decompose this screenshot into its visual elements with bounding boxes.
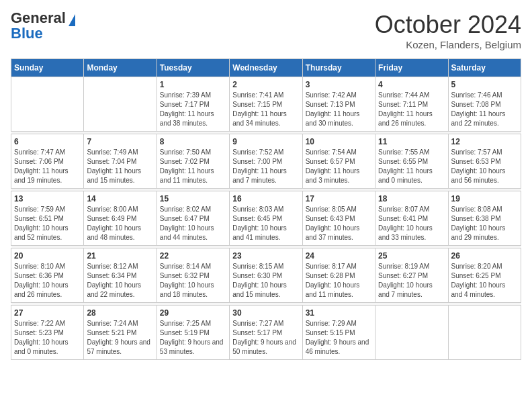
day-info: Sunrise: 7:52 AMSunset: 7:00 PMDaylight:… bbox=[232, 148, 299, 185]
day-number: 24 bbox=[306, 251, 372, 261]
day-info: Sunrise: 8:12 AMSunset: 6:34 PMDaylight:… bbox=[87, 262, 153, 300]
day-info: Sunrise: 7:44 AMSunset: 7:11 PMDaylight:… bbox=[378, 91, 445, 128]
calendar-cell bbox=[84, 77, 157, 132]
day-number: 29 bbox=[160, 308, 226, 318]
day-info: Sunrise: 8:14 AMSunset: 6:32 PMDaylight:… bbox=[160, 262, 226, 300]
day-number: 16 bbox=[232, 194, 299, 203]
day-header-thursday: Thursday bbox=[302, 59, 375, 77]
day-info: Sunrise: 7:46 AMSunset: 7:08 PMDaylight:… bbox=[451, 91, 518, 128]
day-number: 26 bbox=[451, 251, 518, 261]
day-info: Sunrise: 8:02 AMSunset: 6:47 PMDaylight:… bbox=[160, 205, 226, 242]
month-title: October 2024 bbox=[375, 11, 521, 39]
calendar-header-row: SundayMondayTuesdayWednesdayThursdayFrid… bbox=[11, 59, 521, 77]
calendar-cell: 21Sunrise: 8:12 AMSunset: 6:34 PMDayligh… bbox=[84, 248, 157, 303]
day-number: 2 bbox=[232, 80, 299, 89]
day-number: 5 bbox=[451, 80, 518, 89]
calendar-cell: 30Sunrise: 7:27 AMSunset: 5:17 PMDayligh… bbox=[230, 306, 302, 360]
day-info: Sunrise: 8:15 AMSunset: 6:30 PMDaylight:… bbox=[232, 262, 299, 300]
calendar-week-row: 27Sunrise: 7:22 AMSunset: 5:23 PMDayligh… bbox=[11, 306, 521, 360]
day-number: 13 bbox=[14, 194, 81, 203]
day-info: Sunrise: 8:00 AMSunset: 6:49 PMDaylight:… bbox=[87, 205, 153, 242]
day-info: Sunrise: 7:41 AMSunset: 7:15 PMDaylight:… bbox=[232, 91, 299, 128]
calendar-cell: 19Sunrise: 8:08 AMSunset: 6:38 PMDayligh… bbox=[448, 191, 521, 246]
calendar-cell: 18Sunrise: 8:07 AMSunset: 6:41 PMDayligh… bbox=[375, 191, 448, 246]
calendar-cell: 11Sunrise: 7:55 AMSunset: 6:55 PMDayligh… bbox=[375, 134, 448, 189]
calendar-week-row: 1Sunrise: 7:39 AMSunset: 7:17 PMDaylight… bbox=[11, 77, 521, 132]
day-info: Sunrise: 8:19 AMSunset: 6:27 PMDaylight:… bbox=[378, 262, 445, 300]
calendar-cell: 22Sunrise: 8:14 AMSunset: 6:32 PMDayligh… bbox=[157, 248, 229, 303]
day-number: 6 bbox=[14, 137, 81, 146]
day-info: Sunrise: 7:25 AMSunset: 5:19 PMDaylight:… bbox=[160, 319, 226, 357]
day-number: 10 bbox=[306, 137, 372, 146]
calendar-cell: 25Sunrise: 8:19 AMSunset: 6:27 PMDayligh… bbox=[375, 248, 448, 303]
calendar-cell: 14Sunrise: 8:00 AMSunset: 6:49 PMDayligh… bbox=[84, 191, 157, 246]
calendar-cell: 8Sunrise: 7:50 AMSunset: 7:02 PMDaylight… bbox=[157, 134, 229, 189]
calendar-cell: 26Sunrise: 8:20 AMSunset: 6:25 PMDayligh… bbox=[448, 248, 521, 303]
day-number: 9 bbox=[232, 137, 299, 146]
calendar-cell: 28Sunrise: 7:24 AMSunset: 5:21 PMDayligh… bbox=[84, 306, 157, 360]
calendar-cell: 23Sunrise: 8:15 AMSunset: 6:30 PMDayligh… bbox=[230, 248, 302, 303]
calendar-cell: 29Sunrise: 7:25 AMSunset: 5:19 PMDayligh… bbox=[157, 306, 229, 360]
calendar-table: SundayMondayTuesdayWednesdayThursdayFrid… bbox=[11, 58, 521, 360]
day-info: Sunrise: 7:57 AMSunset: 6:53 PMDaylight:… bbox=[451, 148, 518, 185]
calendar-cell: 4Sunrise: 7:44 AMSunset: 7:11 PMDaylight… bbox=[375, 77, 448, 132]
day-number: 11 bbox=[378, 137, 445, 146]
day-number: 18 bbox=[378, 194, 445, 203]
calendar-cell: 10Sunrise: 7:54 AMSunset: 6:57 PMDayligh… bbox=[302, 134, 375, 189]
day-info: Sunrise: 8:03 AMSunset: 6:45 PMDaylight:… bbox=[232, 205, 299, 242]
logo-general: General bbox=[11, 9, 66, 26]
logo-triangle-icon bbox=[69, 14, 75, 26]
day-number: 4 bbox=[378, 80, 445, 89]
day-number: 19 bbox=[451, 194, 518, 203]
day-info: Sunrise: 7:42 AMSunset: 7:13 PMDaylight:… bbox=[306, 91, 372, 128]
calendar-week-row: 13Sunrise: 7:59 AMSunset: 6:51 PMDayligh… bbox=[11, 191, 521, 246]
day-header-saturday: Saturday bbox=[448, 59, 521, 77]
calendar-week-row: 6Sunrise: 7:47 AMSunset: 7:06 PMDaylight… bbox=[11, 134, 521, 189]
calendar-cell: 12Sunrise: 7:57 AMSunset: 6:53 PMDayligh… bbox=[448, 134, 521, 189]
day-number: 22 bbox=[160, 251, 226, 261]
day-number: 8 bbox=[160, 137, 226, 146]
day-number: 20 bbox=[14, 251, 81, 261]
location: Kozen, Flanders, Belgium bbox=[375, 39, 521, 50]
day-header-sunday: Sunday bbox=[11, 59, 84, 77]
day-number: 3 bbox=[306, 80, 372, 89]
day-header-monday: Monday bbox=[84, 59, 157, 77]
day-info: Sunrise: 7:49 AMSunset: 7:04 PMDaylight:… bbox=[87, 148, 153, 185]
day-info: Sunrise: 8:10 AMSunset: 6:36 PMDaylight:… bbox=[14, 262, 81, 300]
day-header-tuesday: Tuesday bbox=[157, 59, 229, 77]
calendar-cell: 17Sunrise: 8:05 AMSunset: 6:43 PMDayligh… bbox=[302, 191, 375, 246]
calendar-cell bbox=[11, 77, 84, 132]
day-info: Sunrise: 7:47 AMSunset: 7:06 PMDaylight:… bbox=[14, 148, 81, 185]
page-header: General Blue October 2024 Kozen, Flander… bbox=[11, 11, 521, 50]
title-section: October 2024 Kozen, Flanders, Belgium bbox=[375, 11, 521, 50]
calendar-cell: 2Sunrise: 7:41 AMSunset: 7:15 PMDaylight… bbox=[230, 77, 302, 132]
day-info: Sunrise: 7:50 AMSunset: 7:02 PMDaylight:… bbox=[160, 148, 226, 185]
calendar-cell bbox=[448, 306, 521, 360]
day-number: 17 bbox=[306, 194, 372, 203]
calendar-cell: 16Sunrise: 8:03 AMSunset: 6:45 PMDayligh… bbox=[230, 191, 302, 246]
calendar-week-row: 20Sunrise: 8:10 AMSunset: 6:36 PMDayligh… bbox=[11, 248, 521, 303]
day-number: 23 bbox=[232, 251, 299, 261]
calendar-cell: 6Sunrise: 7:47 AMSunset: 7:06 PMDaylight… bbox=[11, 134, 84, 189]
day-number: 27 bbox=[14, 308, 81, 318]
day-number: 31 bbox=[306, 308, 372, 318]
day-number: 28 bbox=[87, 308, 153, 318]
day-info: Sunrise: 7:39 AMSunset: 7:17 PMDaylight:… bbox=[160, 91, 226, 128]
calendar-cell: 13Sunrise: 7:59 AMSunset: 6:51 PMDayligh… bbox=[11, 191, 84, 246]
day-info: Sunrise: 8:20 AMSunset: 6:25 PMDaylight:… bbox=[451, 262, 518, 300]
day-info: Sunrise: 7:29 AMSunset: 5:15 PMDaylight:… bbox=[306, 319, 372, 357]
calendar-cell: 20Sunrise: 8:10 AMSunset: 6:36 PMDayligh… bbox=[11, 248, 84, 303]
calendar-cell: 3Sunrise: 7:42 AMSunset: 7:13 PMDaylight… bbox=[302, 77, 375, 132]
day-info: Sunrise: 8:17 AMSunset: 6:28 PMDaylight:… bbox=[306, 262, 372, 300]
day-number: 14 bbox=[87, 194, 153, 203]
calendar-cell: 5Sunrise: 7:46 AMSunset: 7:08 PMDaylight… bbox=[448, 77, 521, 132]
day-info: Sunrise: 8:07 AMSunset: 6:41 PMDaylight:… bbox=[378, 205, 445, 242]
logo: General Blue bbox=[11, 11, 75, 41]
day-number: 12 bbox=[451, 137, 518, 146]
calendar-cell: 15Sunrise: 8:02 AMSunset: 6:47 PMDayligh… bbox=[157, 191, 229, 246]
calendar-cell: 9Sunrise: 7:52 AMSunset: 7:00 PMDaylight… bbox=[230, 134, 302, 189]
day-info: Sunrise: 8:05 AMSunset: 6:43 PMDaylight:… bbox=[306, 205, 372, 242]
calendar-cell: 27Sunrise: 7:22 AMSunset: 5:23 PMDayligh… bbox=[11, 306, 84, 360]
logo-blue: Blue bbox=[11, 25, 43, 42]
day-number: 30 bbox=[232, 308, 299, 318]
